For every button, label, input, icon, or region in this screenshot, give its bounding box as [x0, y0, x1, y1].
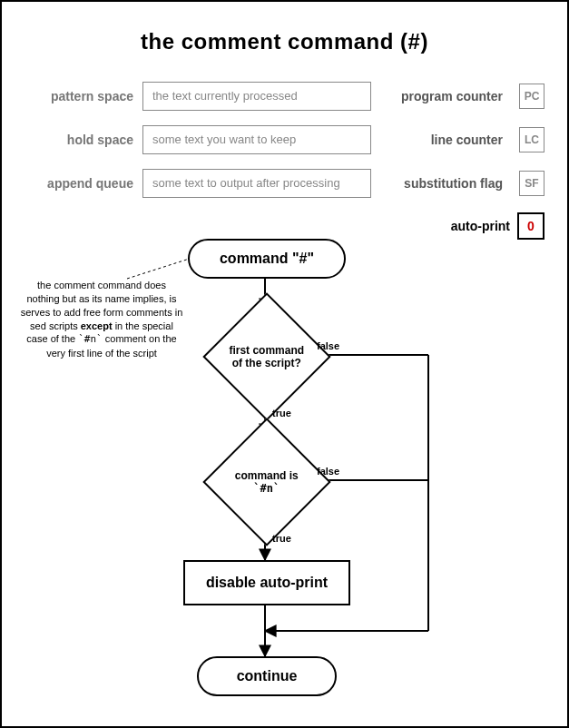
node-end-continue: continue: [197, 656, 337, 696]
box-substitution-flag: SF: [519, 171, 544, 196]
node-decision-hash-n-label: command is `#n`: [223, 469, 310, 496]
label-append-queue: append queue: [25, 176, 133, 191]
label-auto-print: auto-print: [451, 219, 510, 233]
state-row: pattern space the text currently process…: [25, 82, 544, 111]
flowchart: command "#" first command of the script?…: [2, 233, 569, 714]
box-program-counter: PC: [519, 84, 544, 109]
decision2-code: `#n`: [254, 482, 280, 495]
state-section: pattern space the text currently process…: [25, 82, 544, 198]
field-pattern-space: the text currently processed: [142, 82, 371, 111]
node-action-label: disable auto-print: [206, 575, 328, 591]
state-row: append queue some text to output after p…: [25, 169, 544, 198]
node-start: command "#": [188, 239, 346, 279]
edge-label-decision1-true: true: [272, 408, 291, 418]
label-program-counter: program counter: [380, 89, 510, 103]
annotation-comment: the comment command does nothing but as …: [20, 279, 183, 360]
edge-label-decision2-true: true: [272, 533, 291, 544]
annotation-bold: except: [81, 320, 113, 331]
node-start-label: command "#": [220, 251, 314, 267]
page-frame: the comment command (#) pattern space th…: [0, 0, 569, 728]
edge-label-decision2-false: false: [317, 466, 339, 477]
page-title: the comment command (#): [25, 29, 544, 54]
state-row: hold space some text you want to keep li…: [25, 125, 544, 154]
decision2-text: command is: [235, 469, 299, 482]
node-decision-first-command-label: first command of the script?: [223, 344, 310, 370]
node-end-label: continue: [237, 668, 298, 684]
svg-line-9: [127, 257, 195, 279]
edge-label-decision1-false: false: [317, 340, 339, 351]
field-append-queue: some text to output after processing: [142, 169, 371, 198]
label-substitution-flag: substitution flag: [380, 176, 510, 191]
field-hold-space: some text you want to keep: [142, 125, 371, 154]
annotation-code: `#n`: [78, 333, 103, 345]
label-line-counter: line counter: [380, 133, 510, 147]
label-hold-space: hold space: [25, 133, 133, 147]
box-line-counter: LC: [519, 127, 544, 152]
node-action-disable-autoprint: disable auto-print: [183, 560, 350, 605]
label-pattern-space: pattern space: [25, 89, 133, 103]
